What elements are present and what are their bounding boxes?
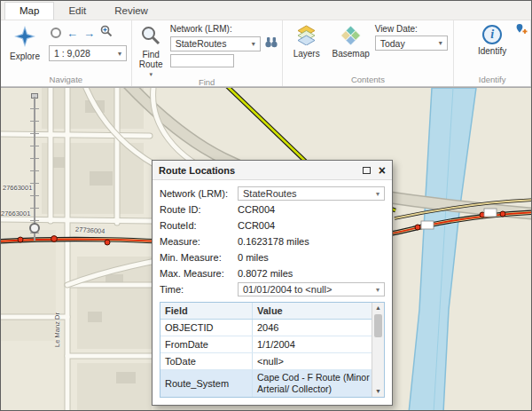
table-row[interactable]: ToDate <null> bbox=[160, 353, 372, 370]
panel-network-combo[interactable]: StateRoutes ▾ bbox=[238, 186, 385, 201]
pin-plus-icon[interactable] bbox=[514, 23, 528, 40]
field-label: Network (LRM): bbox=[160, 188, 238, 199]
fixed-zoom-icon[interactable] bbox=[100, 25, 113, 41]
zoom-slider-handle[interactable] bbox=[29, 223, 40, 233]
close-icon[interactable]: × bbox=[379, 164, 386, 177]
route-locations-panel: Route Locations × Network (LRM): StateRo… bbox=[152, 160, 393, 406]
table-row-selected[interactable]: Route_System Cape Cod - F Route (Minor A… bbox=[160, 370, 372, 397]
map-scale-value: 1 : 9,028 bbox=[54, 48, 90, 59]
basemap-button[interactable]: Basemap bbox=[331, 23, 372, 75]
scrollbar-track[interactable] bbox=[372, 338, 384, 386]
map-zoom-slider[interactable] bbox=[27, 97, 42, 241]
group-identify: i Identify Identify bbox=[454, 20, 531, 86]
group-navigate: Explore ← → bbox=[1, 20, 132, 86]
cell-field: FromDate bbox=[160, 336, 253, 352]
zoom-slider-ticks bbox=[30, 97, 39, 241]
explore-button[interactable]: Explore bbox=[4, 23, 45, 75]
basemap-icon bbox=[340, 25, 361, 47]
maximize-icon[interactable] bbox=[363, 167, 371, 174]
field-label: Time: bbox=[160, 284, 238, 295]
full-extent-icon[interactable] bbox=[51, 28, 61, 38]
cell-value: 2046 bbox=[253, 322, 372, 333]
field-label: RouteId: bbox=[160, 220, 238, 231]
explore-compass-icon bbox=[13, 25, 36, 50]
previous-extent-icon[interactable]: ← bbox=[66, 28, 78, 39]
table-header-row: Field Value bbox=[160, 303, 372, 320]
application-window: Map Edit Review Explore bbox=[0, 0, 532, 411]
scroll-up-icon[interactable]: ▲ bbox=[372, 303, 384, 313]
cell-field: OBJECTID bbox=[160, 320, 253, 336]
group-label-identify: Identify bbox=[454, 75, 530, 86]
field-row: Measure: 0.1623178 miles bbox=[160, 233, 385, 249]
time-value: 01/01/2004 to <null> bbox=[243, 284, 332, 295]
field-row: Network (LRM): StateRoutes ▾ bbox=[160, 186, 385, 202]
attributes-table: Field Value OBJECTID 2046 FromDate 1/1/2… bbox=[160, 302, 385, 398]
chevron-down-icon: ▾ bbox=[249, 40, 258, 48]
group-find: Find Route ▾ Network (LRM): StateRoutes … bbox=[132, 20, 283, 86]
chevron-down-icon: ▾ bbox=[149, 71, 153, 77]
route-id-label: 27663001 bbox=[1, 209, 30, 217]
field-label: Route ID: bbox=[160, 204, 238, 215]
chevron-down-icon: ▾ bbox=[373, 286, 382, 294]
explore-label: Explore bbox=[10, 51, 40, 61]
route-id-value: CCR004 bbox=[238, 204, 385, 215]
scrollbar-thumb[interactable] bbox=[374, 314, 382, 337]
identify-info-icon: i bbox=[482, 25, 502, 44]
view-date-label: View Date: bbox=[375, 24, 448, 34]
field-label: Measure: bbox=[160, 236, 238, 247]
cell-field: ToDate bbox=[160, 353, 253, 369]
find-route-magnifier-icon bbox=[140, 25, 161, 48]
table-scrollbar[interactable]: ▲ ▼ bbox=[372, 303, 384, 397]
basemap-label: Basemap bbox=[332, 49, 370, 59]
next-extent-icon[interactable]: → bbox=[83, 28, 95, 39]
chevron-down-icon: ▾ bbox=[373, 190, 382, 198]
field-label: Min. Measure: bbox=[160, 252, 238, 263]
ribbon-tabbar: Map Edit Review bbox=[1, 1, 531, 20]
field-label: Max. Measure: bbox=[160, 268, 238, 279]
field-row: Max. Measure: 0.8072 miles bbox=[160, 265, 385, 281]
field-row: Time: 01/01/2004 to <null> ▾ bbox=[160, 281, 385, 297]
cell-field: Route_System bbox=[160, 370, 253, 397]
binoculars-icon[interactable] bbox=[264, 36, 278, 51]
table-row[interactable]: FromDate 1/1/2004 bbox=[160, 336, 372, 353]
field-row: RouteId: CCR004 bbox=[160, 217, 385, 233]
routeid-value: CCR004 bbox=[238, 220, 385, 231]
panel-network-value: StateRoutes bbox=[243, 188, 297, 199]
table-row[interactable]: OBJECTID 2046 bbox=[160, 320, 372, 336]
map-scale-combo[interactable]: 1 : 9,028 ▾ bbox=[49, 45, 127, 61]
street-name-label: Le Manz Dr bbox=[53, 312, 61, 347]
tab-edit[interactable]: Edit bbox=[54, 3, 100, 20]
group-label-navigate: Navigate bbox=[1, 75, 131, 86]
network-lrm-label: Network (LRM): bbox=[170, 24, 278, 34]
tab-map[interactable]: Map bbox=[4, 2, 54, 20]
find-route-input[interactable] bbox=[170, 54, 234, 67]
field-row: Min. Measure: 0 miles bbox=[160, 249, 385, 265]
find-route-button[interactable]: Find Route ▾ bbox=[136, 23, 167, 77]
chevron-down-icon: ▾ bbox=[436, 39, 445, 47]
field-row: Route ID: CCR004 bbox=[160, 202, 385, 217]
view-date-value: Today bbox=[380, 38, 405, 49]
network-lrm-value: StateRoutes bbox=[176, 38, 227, 49]
panel-title: Route Locations bbox=[159, 165, 363, 176]
layers-icon bbox=[296, 25, 317, 47]
ribbon: Explore ← → bbox=[1, 20, 531, 87]
chevron-down-icon: ▾ bbox=[115, 50, 124, 58]
min-measure-value: 0 miles bbox=[238, 252, 385, 263]
group-contents: Layers Basemap View Date: bbox=[283, 20, 455, 86]
cell-value: 1/1/2004 bbox=[253, 339, 372, 350]
time-combo[interactable]: 01/01/2004 to <null> ▾ bbox=[238, 282, 385, 296]
layers-button[interactable]: Layers bbox=[286, 23, 327, 75]
view-date-combo[interactable]: Today ▾ bbox=[375, 36, 448, 51]
scroll-down-icon[interactable]: ▼ bbox=[372, 386, 384, 397]
tab-review[interactable]: Review bbox=[100, 3, 162, 20]
identify-button[interactable]: i Identify bbox=[472, 23, 512, 75]
cell-value: <null> bbox=[253, 356, 372, 367]
column-header-value: Value bbox=[253, 305, 372, 316]
network-lrm-combo[interactable]: StateRoutes ▾ bbox=[170, 36, 261, 51]
column-header-field: Field bbox=[160, 303, 253, 319]
map-view[interactable]: 27663001 27663001 27736004 Le Manz Dr Ro… bbox=[1, 87, 532, 411]
identify-label: Identify bbox=[478, 46, 506, 56]
cell-value: Cape Cod - F Route (Minor Arterial/ Coll… bbox=[253, 372, 372, 395]
find-route-label: Find Route bbox=[136, 50, 167, 69]
panel-titlebar[interactable]: Route Locations × bbox=[153, 161, 392, 180]
